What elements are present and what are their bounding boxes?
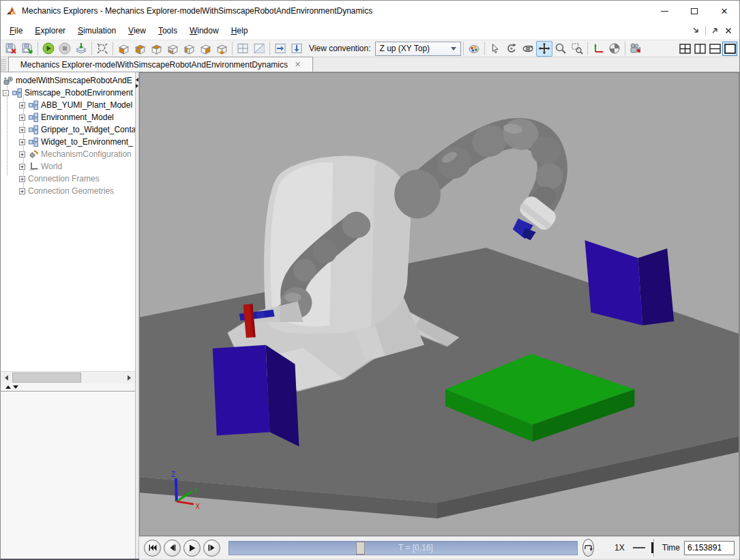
mechanism-config-icon xyxy=(28,149,38,159)
record-video-button[interactable] xyxy=(627,41,644,57)
speed-slider-thumb[interactable] xyxy=(651,542,653,553)
view-bottom-button[interactable] xyxy=(164,41,181,57)
menu-explorer[interactable]: Explorer xyxy=(29,23,72,38)
menu-window[interactable]: Window xyxy=(183,23,225,38)
triad-y-label: Y xyxy=(194,487,198,495)
menu-help[interactable]: Help xyxy=(225,23,254,38)
split-four-button[interactable] xyxy=(235,41,251,57)
menu-tools[interactable]: Tools xyxy=(152,23,183,38)
expand-expander[interactable]: + xyxy=(19,151,25,158)
tree-item-environment-model[interactable]: + Environment_Model xyxy=(1,111,135,123)
tree-item-root-model[interactable]: modelWithSimscapeRobotAndE xyxy=(1,74,135,87)
view-convention-select[interactable]: Z up (XY Top) xyxy=(375,42,461,56)
step-back-button[interactable] xyxy=(164,540,181,557)
dock-pane-down-button[interactable] xyxy=(288,41,305,57)
tree-item-label: Widget_to_Environment_ xyxy=(41,137,133,147)
expand-expander[interactable]: + xyxy=(19,188,25,194)
minimize-icon xyxy=(661,11,668,12)
window-title: Mechanics Explorers - Mechanics Explorer… xyxy=(22,6,372,16)
view-right-button[interactable] xyxy=(197,41,213,57)
step-forward-button[interactable] xyxy=(203,540,220,557)
tree-item-mechanism-configuration[interactable]: + MechanismConfiguration xyxy=(1,148,135,160)
menu-simulation[interactable]: Simulation xyxy=(72,23,122,38)
video-camera-icon xyxy=(630,42,642,55)
robot-scene-canvas[interactable]: Z Y X xyxy=(140,73,739,535)
menu-view[interactable]: View xyxy=(122,23,152,38)
close-button[interactable]: ✕ xyxy=(709,1,739,21)
play-animation-button[interactable] xyxy=(183,540,201,557)
zoom-tool-button[interactable] xyxy=(552,41,569,57)
expand-expander[interactable]: + xyxy=(19,127,25,133)
menu-file[interactable]: File xyxy=(3,23,29,38)
view-left-icon xyxy=(183,43,196,55)
tree-item-connection-frames[interactable]: + Connection Frames xyxy=(1,173,135,185)
view-back-button[interactable] xyxy=(132,41,148,57)
tree-item-connection-geometries[interactable]: + Connection Geometries xyxy=(1,185,135,197)
tree-item-label: modelWithSimscapeRobotAndE xyxy=(16,76,132,85)
expand-expander[interactable]: + xyxy=(19,164,25,170)
tab-close-icon[interactable]: ✕ xyxy=(295,60,301,69)
maximize-button[interactable] xyxy=(679,1,709,21)
time-input[interactable] xyxy=(684,541,735,555)
tab-mechanics-explorer[interactable]: Mechanics Explorer-modelWithSimscapeRobo… xyxy=(8,57,313,72)
orbit-tool-button[interactable] xyxy=(520,41,536,57)
rotate-tool-button[interactable] xyxy=(503,41,520,57)
view-top-button[interactable] xyxy=(148,41,164,57)
toggle-frames-button[interactable] xyxy=(590,41,606,57)
tree-item-simscape-robotenvironment[interactable]: - Simscape_RobotEnvironment xyxy=(1,87,135,99)
pan-tool-button[interactable] xyxy=(536,41,552,57)
scrollbar-thumb[interactable] xyxy=(12,372,81,383)
dock-pane-right-button[interactable] xyxy=(272,41,288,57)
timeline-slider[interactable]: T = [0,16] xyxy=(228,541,578,555)
timeline-thumb[interactable] xyxy=(356,542,365,555)
split-single-button[interactable] xyxy=(251,41,267,57)
stop-button[interactable] xyxy=(57,41,73,57)
speed-slider[interactable] xyxy=(633,542,646,554)
tree-item-world[interactable]: + World xyxy=(1,160,135,173)
export-animation-button[interactable] xyxy=(73,41,89,57)
toggle-com-button[interactable] xyxy=(606,41,623,57)
speed-label: 1X xyxy=(615,543,625,552)
select-tool-button[interactable] xyxy=(487,41,503,57)
3d-viewport[interactable]: Z Y X xyxy=(139,72,739,536)
close-pane-icon[interactable] xyxy=(724,27,732,35)
expand-expander[interactable]: + xyxy=(19,176,25,182)
mechanism-icon xyxy=(3,76,13,85)
view-left-button[interactable] xyxy=(181,41,197,57)
layout-single-button[interactable] xyxy=(722,42,737,56)
visualization-settings-button[interactable] xyxy=(466,41,482,57)
title-bar[interactable]: Mechanics Explorers - Mechanics Explorer… xyxy=(1,1,739,21)
layout-grid-button[interactable] xyxy=(677,42,692,56)
run-button[interactable] xyxy=(40,41,57,57)
tab-grip-handle[interactable] xyxy=(1,58,6,72)
view-front-button[interactable] xyxy=(115,41,132,57)
layout-columns-button[interactable] xyxy=(692,42,707,56)
scroll-left-button[interactable] xyxy=(1,372,12,383)
minimize-button[interactable] xyxy=(649,1,679,21)
tree-item-abb-yumi-plant-model[interactable]: + ABB_YUMI_Plant_Model xyxy=(1,99,135,111)
save-as-button[interactable] xyxy=(19,41,35,57)
scroll-right-button[interactable] xyxy=(123,372,135,383)
undock-icon[interactable] xyxy=(711,26,720,35)
dock-icon[interactable] xyxy=(692,26,700,35)
expand-expander[interactable]: + xyxy=(19,139,25,145)
save-model-button[interactable] xyxy=(3,41,19,57)
toolbar-separator xyxy=(484,42,485,55)
fit-to-view-button[interactable] xyxy=(94,41,110,57)
expand-expander[interactable]: + xyxy=(19,115,25,121)
expand-expander[interactable]: + xyxy=(19,102,25,108)
view-isometric-button[interactable] xyxy=(213,41,230,57)
tree-horizontal-scrollbar[interactable] xyxy=(1,371,135,383)
tree-item-label: Connection Geometries xyxy=(28,186,114,196)
zoom-region-button[interactable] xyxy=(569,41,585,57)
panel-collapse-handle[interactable] xyxy=(1,383,135,392)
layout-rows-button[interactable] xyxy=(707,42,722,56)
view-isometric-icon xyxy=(216,43,228,55)
view-back-icon xyxy=(134,43,147,55)
tree-item-gripper-to-widget[interactable]: + Gripper_to_Widget_Conta xyxy=(1,123,135,136)
go-to-start-button[interactable] xyxy=(144,540,161,557)
toolbar-separator xyxy=(91,42,92,55)
tree-item-widget-to-environment[interactable]: + Widget_to_Environment_ xyxy=(1,136,135,148)
loop-playback-button[interactable] xyxy=(582,539,594,557)
collapse-expander[interactable]: - xyxy=(3,90,9,96)
